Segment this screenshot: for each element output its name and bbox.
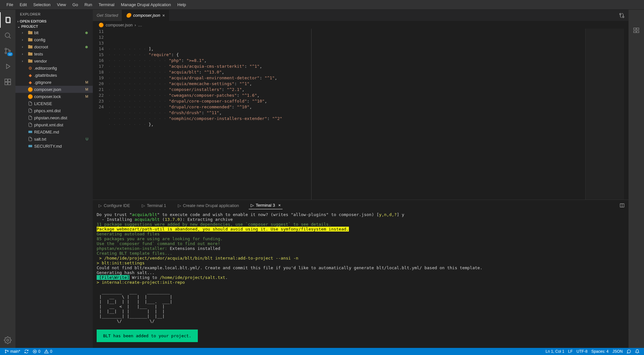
status-branch[interactable]: main* — [3, 349, 22, 354]
t: [File\Write] — [97, 275, 130, 280]
file-icon — [28, 37, 33, 42]
breadcrumb-more: … — [138, 23, 142, 27]
svg-point-15 — [620, 13, 621, 15]
file-label: .gitignore — [34, 80, 51, 85]
close-icon[interactable]: × — [278, 203, 281, 208]
folder-blt[interactable]: ›blt● — [15, 29, 93, 36]
file-icon — [28, 58, 33, 64]
status-errors[interactable]: 0 — [31, 349, 43, 354]
file-label: .editorconfig — [34, 66, 57, 71]
json-icon: 🟠 — [126, 13, 131, 18]
tab-get-started[interactable]: Get Started — [93, 10, 122, 21]
file-.gitattributes[interactable]: ◆.gitattributes — [15, 72, 93, 79]
menu-terminal[interactable]: Terminal — [95, 2, 118, 7]
t: Extensions installed — [167, 246, 220, 251]
svg-rect-19 — [634, 28, 636, 30]
menu-selection[interactable]: Selection — [30, 2, 53, 7]
status-eol[interactable]: LF — [566, 349, 575, 354]
file-phpunit.xml.dist[interactable]: phpunit.xml.dist — [15, 121, 93, 128]
menu-go[interactable]: Go — [69, 2, 81, 7]
file-icon — [28, 101, 33, 106]
file-label: .gitattributes — [34, 73, 57, 78]
outline-icon[interactable] — [629, 23, 644, 38]
svg-rect-20 — [637, 28, 639, 30]
terminal-output[interactable]: Do you trust "acquia/blt" to execute cod… — [93, 211, 629, 348]
file-salt.txt[interactable]: salt.txtU — [15, 135, 93, 143]
json-icon: 🟠 — [99, 23, 104, 27]
menu-file[interactable]: File — [3, 2, 16, 7]
settings-gear-icon[interactable] — [0, 332, 15, 348]
file-.editorconfig[interactable]: ⚙.editorconfig — [15, 64, 93, 72]
extensions-icon[interactable] — [0, 74, 15, 90]
tab-label: composer.json — [133, 13, 160, 18]
file-.gitignore[interactable]: ◆.gitignoreM — [15, 79, 93, 86]
folder-tests[interactable]: ›tests — [15, 50, 93, 57]
file-icon — [28, 44, 33, 49]
tab-composer-json[interactable]: 🟠 composer.json × — [122, 10, 169, 21]
ptab-terminal-3[interactable]: ▷ Terminal 3 × — [249, 202, 283, 209]
folder-docroot[interactable]: ›docroot● — [15, 43, 93, 50]
status-lang[interactable]: JSON — [610, 349, 625, 354]
folder-config[interactable]: ›config — [15, 36, 93, 43]
menu-help[interactable]: Help — [174, 2, 189, 7]
svg-point-16 — [622, 16, 624, 18]
status-feedback-icon[interactable] — [625, 349, 633, 354]
folder-vendor[interactable]: ›vendor — [15, 57, 93, 64]
status-warnings[interactable]: 0 — [42, 349, 54, 354]
ptab-label: Configure IDE — [104, 203, 130, 208]
status-sync[interactable] — [22, 349, 31, 354]
ptab-terminal-1[interactable]: ▷ Terminal 1 — [140, 202, 168, 209]
svg-point-5 — [5, 52, 7, 54]
svg-rect-14 — [28, 145, 32, 147]
ptab-configure-ide[interactable]: ▷ Configure IDE — [97, 202, 132, 209]
debug-icon[interactable] — [0, 59, 15, 74]
ptab-create-drupal[interactable]: ▷ Create new Drupal application — [176, 202, 241, 209]
project-section[interactable]: ⌄ PROJECT — [15, 24, 93, 29]
file-icon — [28, 30, 33, 35]
ptab-label: Terminal 1 — [147, 203, 166, 208]
open-editors-section[interactable]: › OPEN EDITORS — [15, 19, 93, 24]
tab-actions — [615, 10, 629, 21]
file-SECURITY.md[interactable]: SECURITY.md — [15, 143, 93, 150]
t: ): Extracting archive — [180, 217, 233, 222]
compare-icon[interactable] — [619, 13, 625, 18]
t: acquia/blt — [134, 217, 159, 222]
ptab-label: Terminal 3 — [256, 203, 275, 208]
code-content[interactable]: · · · · · · · · ],· · · · · · · · "requi… — [108, 29, 629, 200]
menu-run[interactable]: Run — [81, 2, 95, 7]
close-icon[interactable]: × — [162, 13, 165, 18]
menu-manage-drupal[interactable]: Manage Drupal Application — [118, 2, 174, 7]
file-composer.json[interactable]: 🟠composer.jsonM — [15, 86, 93, 93]
status-spaces[interactable]: Spaces: 4 — [590, 349, 610, 354]
explorer-icon[interactable] — [0, 12, 15, 28]
source-control-icon[interactable]: 12 — [0, 43, 15, 59]
terminal-icon: ▷ — [251, 203, 254, 208]
file-phpcs.xml.dist[interactable]: phpcs.xml.dist — [15, 107, 93, 114]
menu-edit[interactable]: Edit — [16, 2, 30, 7]
code-editor[interactable]: 1112131415161718192021222324 · · · · · ·… — [93, 29, 629, 200]
status-encoding[interactable]: UTF-8 — [575, 349, 590, 354]
menu-bar: File Edit Selection View Go Run Terminal… — [0, 0, 644, 10]
project-label: PROJECT — [21, 25, 38, 28]
file-LICENSE[interactable]: LICENSE — [15, 100, 93, 107]
status-bell-icon[interactable] — [633, 349, 641, 354]
file-icon — [28, 115, 33, 120]
search-icon[interactable] — [0, 28, 15, 43]
split-panel-icon[interactable] — [620, 203, 625, 208]
t: Could not find blt/example.local.blt.yml… — [97, 265, 482, 270]
file-composer.lock[interactable]: 🟠composer.lockM — [15, 93, 93, 100]
scm-badge: 12 — [7, 52, 13, 56]
t: /home/ide/project/salt.txt — [160, 275, 226, 280]
activity-bar: 12 — [0, 10, 15, 348]
open-editors-label: OPEN EDITORS — [20, 19, 46, 23]
breadcrumb[interactable]: 🟠 composer.json › … — [93, 21, 629, 29]
file-phpstan.neon.dist[interactable]: phpstan.neon.dist — [15, 114, 93, 121]
ruler — [311, 29, 312, 200]
t: ] y — [397, 212, 404, 217]
file-README.md[interactable]: README.md — [15, 128, 93, 135]
status-lncol[interactable]: Ln 1, Col 1 — [544, 349, 566, 354]
svg-rect-8 — [5, 79, 7, 82]
svg-point-12 — [7, 339, 9, 341]
svg-point-24 — [5, 352, 6, 353]
menu-view[interactable]: View — [54, 2, 69, 7]
